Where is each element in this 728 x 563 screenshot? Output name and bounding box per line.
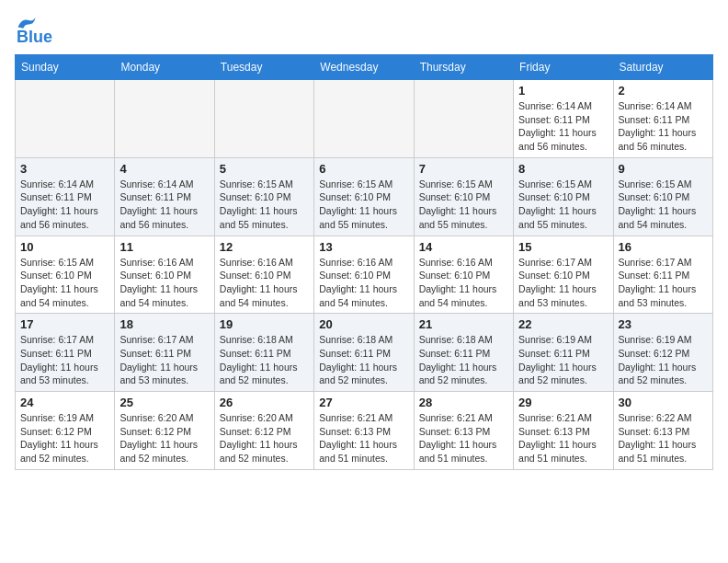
day-number: 29 [518,396,608,409]
day-info: Sunrise: 6:20 AM Sunset: 6:12 PM Dayligh… [119,411,209,465]
day-number: 20 [319,317,408,331]
day-cell-5: 5Sunrise: 6:15 AM Sunset: 6:10 PM Daylig… [214,157,313,236]
day-number: 8 [518,162,608,176]
day-info: Sunrise: 6:22 AM Sunset: 6:13 PM Dayligh… [619,411,708,465]
empty-cell [16,80,115,158]
day-number: 9 [619,162,708,176]
day-number: 15 [518,240,608,254]
day-number: 10 [20,240,109,254]
day-cell-19: 19Sunrise: 6:18 AM Sunset: 6:11 PM Dayli… [214,314,313,392]
day-cell-9: 9Sunrise: 6:15 AM Sunset: 6:10 PM Daylig… [613,157,712,236]
weekday-header-sunday: Sunday [16,55,115,80]
day-number: 4 [119,162,209,176]
day-number: 5 [220,162,309,176]
day-info: Sunrise: 6:16 AM Sunset: 6:10 PM Dayligh… [419,256,508,310]
day-info: Sunrise: 6:15 AM Sunset: 6:10 PM Dayligh… [20,256,109,310]
day-info: Sunrise: 6:16 AM Sunset: 6:10 PM Dayligh… [119,256,209,310]
day-info: Sunrise: 6:15 AM Sunset: 6:10 PM Dayligh… [220,178,309,232]
day-cell-25: 25Sunrise: 6:20 AM Sunset: 6:12 PM Dayli… [115,392,214,470]
day-number: 11 [119,240,209,254]
week-row-1: 1Sunrise: 6:14 AM Sunset: 6:11 PM Daylig… [16,80,713,158]
day-cell-6: 6Sunrise: 6:15 AM Sunset: 6:10 PM Daylig… [314,157,414,236]
day-number: 14 [419,240,508,254]
week-row-2: 3Sunrise: 6:14 AM Sunset: 6:11 PM Daylig… [16,157,713,236]
day-number: 19 [220,317,309,331]
day-info: Sunrise: 6:14 AM Sunset: 6:11 PM Dayligh… [20,178,109,232]
weekday-header-row: SundayMondayTuesdayWednesdayThursdayFrid… [16,55,713,80]
day-cell-29: 29Sunrise: 6:21 AM Sunset: 6:13 PM Dayli… [514,392,613,470]
weekday-header-wednesday: Wednesday [314,55,414,80]
day-info: Sunrise: 6:21 AM Sunset: 6:13 PM Dayligh… [419,411,508,465]
day-number: 16 [619,240,708,254]
day-info: Sunrise: 6:18 AM Sunset: 6:11 PM Dayligh… [319,333,408,387]
week-row-3: 10Sunrise: 6:15 AM Sunset: 6:10 PM Dayli… [16,236,713,314]
day-info: Sunrise: 6:17 AM Sunset: 6:11 PM Dayligh… [619,256,708,310]
day-cell-23: 23Sunrise: 6:19 AM Sunset: 6:12 PM Dayli… [613,314,712,392]
day-info: Sunrise: 6:17 AM Sunset: 6:11 PM Dayligh… [20,333,109,387]
day-cell-20: 20Sunrise: 6:18 AM Sunset: 6:11 PM Dayli… [314,314,414,392]
day-cell-18: 18Sunrise: 6:17 AM Sunset: 6:11 PM Dayli… [115,314,214,392]
day-number: 6 [319,162,408,176]
day-cell-15: 15Sunrise: 6:17 AM Sunset: 6:10 PM Dayli… [514,236,613,314]
day-info: Sunrise: 6:21 AM Sunset: 6:13 PM Dayligh… [319,411,408,465]
empty-cell [115,80,214,158]
day-cell-10: 10Sunrise: 6:15 AM Sunset: 6:10 PM Dayli… [16,236,115,314]
day-number: 12 [220,240,309,254]
weekday-header-friday: Friday [514,55,613,80]
day-cell-26: 26Sunrise: 6:20 AM Sunset: 6:12 PM Dayli… [214,392,313,470]
day-cell-13: 13Sunrise: 6:16 AM Sunset: 6:10 PM Dayli… [314,236,414,314]
day-cell-16: 16Sunrise: 6:17 AM Sunset: 6:11 PM Dayli… [613,236,712,314]
day-cell-30: 30Sunrise: 6:22 AM Sunset: 6:13 PM Dayli… [613,392,712,470]
logo: Blue [15,15,52,47]
day-number: 27 [319,396,408,409]
day-cell-11: 11Sunrise: 6:16 AM Sunset: 6:10 PM Dayli… [115,236,214,314]
day-number: 13 [319,240,408,254]
day-number: 21 [419,317,508,331]
day-info: Sunrise: 6:17 AM Sunset: 6:11 PM Dayligh… [119,333,209,387]
day-cell-2: 2Sunrise: 6:14 AM Sunset: 6:11 PM Daylig… [613,80,712,158]
day-cell-7: 7Sunrise: 6:15 AM Sunset: 6:10 PM Daylig… [414,157,513,236]
day-info: Sunrise: 6:18 AM Sunset: 6:11 PM Dayligh… [220,333,309,387]
day-number: 22 [518,317,608,331]
day-info: Sunrise: 6:14 AM Sunset: 6:11 PM Dayligh… [119,178,209,232]
day-info: Sunrise: 6:19 AM Sunset: 6:11 PM Dayligh… [518,333,608,387]
day-info: Sunrise: 6:14 AM Sunset: 6:11 PM Dayligh… [619,99,708,154]
day-cell-27: 27Sunrise: 6:21 AM Sunset: 6:13 PM Dayli… [314,392,414,470]
day-number: 17 [20,317,109,331]
day-info: Sunrise: 6:16 AM Sunset: 6:10 PM Dayligh… [319,256,408,310]
day-number: 28 [419,396,508,409]
day-cell-14: 14Sunrise: 6:16 AM Sunset: 6:10 PM Dayli… [414,236,513,314]
empty-cell [314,80,414,158]
day-cell-24: 24Sunrise: 6:19 AM Sunset: 6:12 PM Dayli… [16,392,115,470]
day-info: Sunrise: 6:15 AM Sunset: 6:10 PM Dayligh… [319,178,408,232]
day-number: 1 [518,84,608,98]
day-number: 30 [619,396,708,409]
day-info: Sunrise: 6:19 AM Sunset: 6:12 PM Dayligh… [20,411,109,465]
day-info: Sunrise: 6:20 AM Sunset: 6:12 PM Dayligh… [220,411,309,465]
week-row-4: 17Sunrise: 6:17 AM Sunset: 6:11 PM Dayli… [16,314,713,392]
day-cell-22: 22Sunrise: 6:19 AM Sunset: 6:11 PM Dayli… [514,314,613,392]
empty-cell [414,80,513,158]
weekday-header-tuesday: Tuesday [214,55,313,80]
day-info: Sunrise: 6:18 AM Sunset: 6:11 PM Dayligh… [419,333,508,387]
day-cell-1: 1Sunrise: 6:14 AM Sunset: 6:11 PM Daylig… [514,80,613,158]
day-cell-17: 17Sunrise: 6:17 AM Sunset: 6:11 PM Dayli… [16,314,115,392]
day-number: 24 [20,396,109,409]
day-info: Sunrise: 6:17 AM Sunset: 6:10 PM Dayligh… [518,256,608,310]
day-number: 23 [619,317,708,331]
day-number: 26 [220,396,309,409]
day-info: Sunrise: 6:19 AM Sunset: 6:12 PM Dayligh… [619,333,708,387]
header: Blue [15,15,713,47]
day-number: 7 [419,162,508,176]
day-number: 3 [20,162,109,176]
day-info: Sunrise: 6:15 AM Sunset: 6:10 PM Dayligh… [619,178,708,232]
calendar: SundayMondayTuesdayWednesdayThursdayFrid… [15,54,713,470]
empty-cell [214,80,313,158]
day-cell-3: 3Sunrise: 6:14 AM Sunset: 6:11 PM Daylig… [16,157,115,236]
day-info: Sunrise: 6:16 AM Sunset: 6:10 PM Dayligh… [220,256,309,310]
day-info: Sunrise: 6:21 AM Sunset: 6:13 PM Dayligh… [518,411,608,465]
logo-blue: Blue [17,28,52,47]
day-info: Sunrise: 6:15 AM Sunset: 6:10 PM Dayligh… [518,178,608,232]
day-number: 2 [619,84,708,98]
weekday-header-monday: Monday [115,55,214,80]
